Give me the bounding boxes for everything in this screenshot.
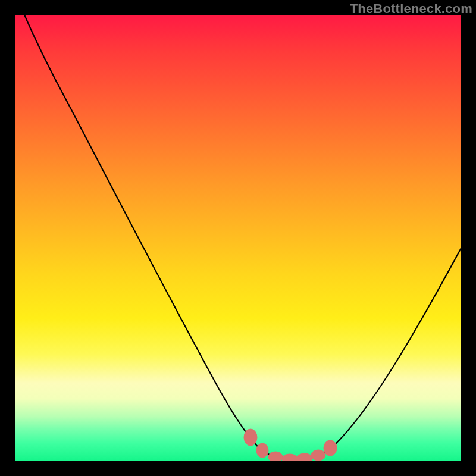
- watermark-text: TheBottleneck.com: [350, 1, 472, 17]
- chart-frame: TheBottleneck.com: [0, 0, 476, 476]
- marker: [282, 454, 298, 461]
- marker: [324, 440, 337, 456]
- bottleneck-curve: [24, 15, 461, 459]
- plot-svg: [15, 15, 461, 461]
- marker-group: [244, 429, 337, 461]
- marker: [311, 450, 325, 461]
- marker: [244, 429, 257, 446]
- marker: [297, 453, 312, 461]
- plot-area: [15, 15, 461, 461]
- marker: [268, 452, 283, 461]
- marker: [256, 443, 268, 458]
